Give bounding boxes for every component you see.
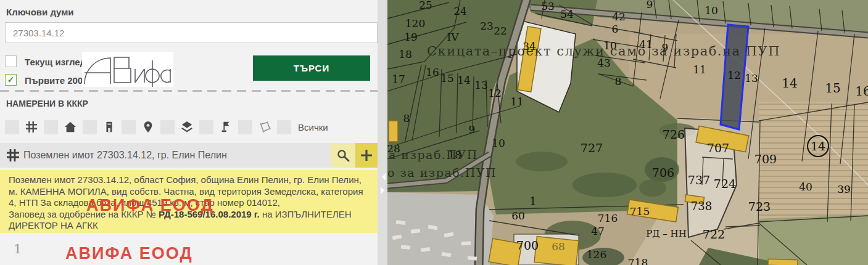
house-icon	[64, 120, 77, 134]
add-result-button[interactable]	[355, 143, 378, 168]
parcel-label: 724	[714, 177, 736, 190]
parcel-label: 14	[457, 74, 471, 86]
parcel-label: 39	[837, 183, 851, 195]
first-200-checkbox[interactable]: ✓	[5, 74, 17, 86]
current-view-checkbox[interactable]	[5, 55, 17, 67]
parcel-label: 12	[488, 87, 502, 99]
grid-icon	[6, 149, 20, 162]
filter-checkbox-flag[interactable]	[199, 120, 213, 134]
parcel-label: 727	[581, 141, 603, 155]
parcel-label: 707	[707, 141, 729, 155]
parcel-label: 14	[782, 76, 797, 91]
parcel-label: 700	[516, 238, 539, 252]
parcel-label: 41	[639, 38, 653, 51]
parcel-label: 9	[647, 0, 653, 10]
search-button[interactable]: ТЪРСИ	[253, 55, 370, 81]
filter-checkbox-layers[interactable]	[160, 120, 175, 134]
collapse-panel-arrow-icon[interactable]	[378, 173, 386, 181]
parcel-label: 716	[598, 212, 618, 224]
location-pin-icon	[141, 120, 155, 134]
keywords-label: Ключови думи	[6, 7, 74, 17]
layer-filter-row: Всички	[5, 116, 373, 137]
panel-splitter[interactable]	[378, 0, 387, 265]
parcel-label: 25	[419, 0, 432, 11]
filter-checkbox-polygon[interactable]	[238, 120, 252, 134]
parcel-label: 15	[440, 72, 454, 84]
parcel-label: 19	[404, 31, 418, 43]
parcel-label: 34	[523, 40, 536, 52]
parcel-label: 28	[387, 142, 400, 155]
parcel-label: 8	[615, 75, 622, 88]
current-view-label: Текущ изглед	[25, 57, 86, 67]
search-input[interactable]	[5, 22, 378, 43]
parcel-label: 18	[399, 48, 412, 60]
parcel-label: 9	[662, 41, 669, 54]
filter-checkbox-grid[interactable]	[5, 120, 19, 134]
parcel-label: 60	[511, 210, 525, 222]
parcel-label: 15	[825, 81, 840, 96]
map-watermark-text: о за израб.ПУП	[387, 166, 497, 179]
parcel-label: 126	[587, 248, 606, 261]
parcel-label: 715	[630, 205, 650, 218]
grid-icon	[25, 120, 38, 134]
parcel-label: 54	[560, 8, 574, 20]
parcel-label: 24	[453, 5, 467, 17]
parcel-label: 718	[628, 256, 648, 265]
parcel-label: 10	[705, 4, 718, 17]
parcel-label: 17	[392, 73, 405, 85]
avifa-logo-icon	[85, 57, 170, 87]
building-icon	[102, 120, 116, 134]
filter-checkbox-building[interactable]	[83, 120, 97, 134]
parcel-label: 47	[591, 225, 605, 237]
polygon-icon	[258, 120, 271, 134]
company-watermark: АВИФА ЕООД	[65, 244, 193, 263]
company-watermark: АВИФА ЕООД	[86, 196, 214, 215]
parcel-label: 11	[693, 63, 706, 76]
dashed-separator	[0, 90, 378, 92]
layers-icon	[180, 120, 194, 134]
parcel-label: 18	[448, 149, 461, 161]
map-sheet-number: 14	[807, 135, 829, 157]
parcel-label: 43	[597, 57, 611, 69]
parcel-label: 53	[541, 0, 555, 12]
parcel-label: 11	[510, 96, 524, 108]
parcel-label: 13	[745, 72, 758, 84]
parcel-label: IV	[447, 31, 459, 43]
filter-checkbox-pin[interactable]	[122, 120, 136, 134]
parcel-label: 9	[469, 123, 476, 136]
search-panel: Ключови думи Текущ изглед ✓ Първите 200 …	[0, 0, 378, 265]
filter-checkbox-all[interactable]	[277, 120, 291, 134]
parcel-label: 40	[799, 181, 812, 193]
cadastral-map-canvas[interactable]: Скицата–проект служи само за израб.на ПУ…	[387, 0, 868, 265]
parcel-label: 723	[748, 200, 771, 213]
pagination-page-1[interactable]: 1	[14, 242, 22, 256]
parcel-label: 10	[492, 137, 505, 149]
parcel-label: 13	[474, 79, 488, 91]
parcel-label: 6	[612, 23, 619, 35]
result-title: Поземлен имот 27303.14.12, гр. Елин Пели…	[23, 150, 331, 161]
search-result-row[interactable]: Поземлен имот 27303.14.12, гр. Елин Пели…	[0, 143, 378, 168]
parcel-label: 722	[703, 227, 725, 241]
parcel-label: 726	[663, 128, 685, 141]
parcel-label: 737	[688, 173, 710, 187]
parcel-label: 42	[612, 10, 626, 23]
parcel-label: 23	[480, 20, 494, 32]
parcel-label: 738	[691, 200, 712, 213]
parcel-label: 10	[603, 39, 617, 52]
parcel-label: 68	[552, 240, 565, 253]
filter-all-label: Всички	[298, 122, 328, 132]
filter-checkbox-house[interactable]	[44, 120, 58, 134]
parcel-label: 709	[754, 152, 777, 166]
found-in-kkkr-header: НАМЕРЕНИ В КККР	[6, 99, 88, 108]
map-watermark-text: а израб.ПУП	[389, 148, 478, 161]
parcel-label: 12	[727, 69, 741, 81]
parcel-label: 16	[855, 84, 868, 99]
zoom-to-result-button[interactable]	[331, 143, 355, 168]
flag-icon	[219, 120, 233, 134]
map-label-layer: Скицата–проект служи само за израб.на ПУ…	[387, 0, 868, 265]
parcel-label: РД – НН	[646, 228, 687, 239]
parcel-label: 1	[530, 195, 537, 207]
parcel-label: 120	[405, 17, 425, 30]
parcel-label: 706	[652, 166, 674, 179]
avifa-logo-watermark	[82, 52, 173, 87]
